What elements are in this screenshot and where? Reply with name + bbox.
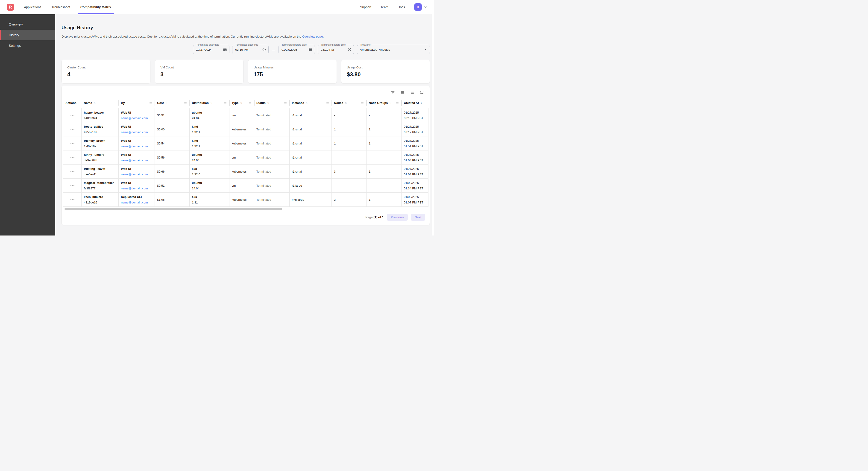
previous-page-button[interactable]: Previous — [387, 214, 408, 221]
by-email-link[interactable]: name@domain.com — [121, 145, 155, 148]
calendar-icon[interactable] — [308, 48, 312, 52]
created-time: 01:51 PM PST — [404, 145, 428, 148]
stat-value: 175 — [254, 71, 331, 78]
filter-terminated-after-time[interactable]: Terminated after time03:19 PM — [232, 45, 269, 54]
cell-name: magical_stonebrakerfe3f8977 — [82, 179, 119, 193]
stat-card-cluster-count: Cluster Count4 — [62, 60, 150, 83]
avatar[interactable]: K — [414, 3, 422, 11]
account-menu[interactable]: K — [414, 3, 428, 11]
created-time: 01:03 PM PST — [404, 158, 428, 162]
column-menu-icon[interactable] — [327, 102, 329, 104]
column-menu-icon[interactable] — [361, 102, 364, 104]
col-header-cost[interactable]: Cost↑↓ — [155, 97, 190, 108]
cell-cost: $0.51 — [155, 179, 190, 193]
filter-value: 03:19 PM — [321, 48, 334, 51]
columns-icon[interactable] — [400, 90, 405, 94]
ellipsis-icon[interactable] — [69, 170, 75, 173]
created-time: 01:07 PM PST — [404, 201, 428, 204]
column-menu-icon[interactable] — [150, 102, 152, 104]
created-time: 01:34 PM PST — [404, 187, 428, 190]
filter-label: Terminated before time — [320, 43, 346, 46]
ellipsis-icon[interactable] — [69, 184, 75, 187]
col-header-label: Actions — [65, 101, 76, 105]
filter-terminated-after-date[interactable]: Terminated after date10/27/2024 — [193, 45, 229, 54]
col-header-nodes[interactable]: Nodes↑↓ — [332, 97, 367, 108]
col-header-created-at[interactable]: Created At↓ — [402, 97, 429, 108]
by-email-link[interactable]: name@domain.com — [121, 158, 155, 162]
horizontal-scrollbar-thumb[interactable] — [64, 208, 282, 210]
filter-terminated-before-time[interactable]: Terminated before time03:19 PM — [318, 45, 354, 54]
usage-table-card: ActionsName↑↓By↑↓Cost↑↓Distribution↑↓Typ… — [62, 86, 430, 225]
col-header-by[interactable]: By↑↓ — [119, 97, 155, 108]
nav-link-support[interactable]: Support — [360, 5, 371, 9]
ellipsis-icon[interactable] — [69, 155, 75, 159]
column-menu-icon[interactable] — [249, 102, 251, 104]
clock-icon[interactable] — [262, 48, 266, 52]
overview-page-link[interactable]: Overview page — [302, 35, 323, 38]
clock-icon[interactable] — [348, 48, 351, 52]
nav-tab-compatibility-matrix[interactable]: Compatibility Matrix — [81, 0, 111, 14]
cell-type: vm — [229, 179, 254, 193]
cell-actions — [63, 122, 82, 137]
column-menu-icon[interactable] — [284, 102, 286, 104]
sort-unsorted-icon: ↑↓ — [210, 101, 212, 104]
col-header-instance[interactable]: Instance↑↓ — [289, 97, 332, 108]
nav-right-links: SupportTeamDocs — [360, 5, 405, 9]
by-email-link[interactable]: name@domain.com — [121, 187, 155, 190]
cell-node-groups: - — [367, 108, 402, 122]
by-email-link[interactable]: name@domain.com — [121, 173, 155, 176]
ellipsis-icon[interactable] — [69, 113, 75, 117]
sidebar-item-settings[interactable]: Settings — [0, 40, 55, 51]
by-source: Web UI — [121, 153, 155, 156]
cell-by: Web UIname@domain.com — [119, 122, 155, 137]
main-content: Usage History Displays prior clusters/VM… — [55, 14, 434, 235]
dropdown-arrow-icon[interactable] — [424, 48, 427, 52]
nav-link-docs[interactable]: Docs — [398, 5, 405, 9]
col-header-distribution[interactable]: Distribution↑↓ — [190, 97, 229, 108]
by-email-link[interactable]: name@domain.com — [121, 130, 155, 134]
sidebar-item-history[interactable]: History — [0, 30, 55, 40]
col-header-actions[interactable]: Actions — [63, 97, 82, 108]
ellipsis-icon[interactable] — [69, 127, 75, 131]
cell-status: Terminated — [254, 122, 289, 137]
cell-node-groups: - — [367, 179, 402, 193]
page-title: Usage History — [62, 25, 430, 30]
filter-icon[interactable] — [391, 90, 395, 94]
cell-distribution: kind1.32.1 — [190, 122, 229, 137]
cell-instance: r1.large — [289, 179, 332, 193]
calendar-icon[interactable] — [223, 48, 227, 52]
column-menu-icon[interactable] — [184, 102, 187, 104]
chevron-down-icon[interactable] — [424, 5, 428, 9]
cell-name: funny_lumierede9ed87d — [82, 150, 119, 165]
cell-actions — [63, 179, 82, 193]
nav-tab-applications[interactable]: Applications — [24, 0, 41, 14]
next-page-button[interactable]: Next — [411, 214, 425, 221]
col-header-type[interactable]: Type↑↓ — [229, 97, 254, 108]
fullscreen-icon[interactable] — [420, 90, 424, 94]
ellipsis-icon[interactable] — [69, 198, 75, 201]
column-separator — [189, 100, 190, 106]
filter-terminated-before-date[interactable]: Terminated before date01/27/2025 — [279, 45, 315, 54]
by-email-link[interactable]: name@domain.com — [121, 116, 155, 120]
nav-link-team[interactable]: Team — [380, 5, 389, 9]
created-date: 01/27/2025 — [404, 139, 428, 142]
distribution-name: ubuntu — [192, 153, 229, 156]
filter-timezone[interactable]: TimezoneAmerica/Los_Angeles — [357, 45, 430, 54]
by-email-link[interactable]: name@domain.com — [121, 201, 155, 204]
col-header-status[interactable]: Status↑↓ — [254, 97, 289, 108]
created-date: 01/02/2025 — [404, 195, 428, 199]
stat-card-vm-count: VM Count3 — [155, 60, 244, 83]
column-menu-icon[interactable] — [396, 102, 399, 104]
col-header-node-groups[interactable]: Node Groups↑↓ — [367, 97, 402, 108]
col-header-name[interactable]: Name↑↓ — [82, 97, 119, 108]
ellipsis-icon[interactable] — [69, 142, 75, 145]
distribution-version: 1.32.0 — [192, 173, 229, 176]
filter-bar: Terminated after date10/27/2024Terminate… — [62, 45, 430, 54]
nav-tab-troubleshoot[interactable]: Troubleshoot — [52, 0, 70, 14]
distribution-name: k3s — [192, 167, 229, 171]
stat-value: 3 — [161, 71, 238, 78]
by-source: Web UI — [121, 125, 155, 128]
sidebar-item-overview[interactable]: Overview — [0, 19, 55, 30]
column-menu-icon[interactable] — [224, 102, 226, 104]
density-icon[interactable] — [410, 90, 414, 94]
